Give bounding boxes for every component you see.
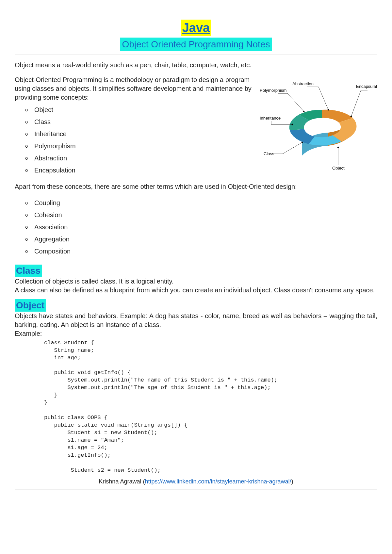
list-item: Encapsulation	[34, 164, 253, 176]
slice-label-encapsulation: Encapsulation	[356, 84, 377, 89]
list-item: Coupling	[34, 197, 377, 209]
svg-point-3	[302, 142, 303, 143]
list-item: Association	[34, 221, 377, 233]
divider	[15, 55, 377, 55]
class-heading: Class	[15, 265, 42, 277]
slice-label-inheritance: Inheritance	[260, 116, 281, 121]
class-paragraph-1: Collection of objects is called class. I…	[15, 277, 377, 286]
intro-paragraph-2: Object-Oriented Programming is a methodo…	[15, 75, 253, 102]
divider	[15, 489, 377, 490]
terms-list: Coupling Cohesion Association Aggregatio…	[15, 197, 377, 257]
svg-point-4	[292, 124, 293, 125]
slice-label-polymorphism: Polymorphism	[260, 88, 286, 93]
svg-point-0	[328, 109, 329, 110]
class-paragraph-2: A class can also be defined as a bluepri…	[15, 286, 377, 295]
list-item: Class	[34, 116, 253, 128]
object-paragraph-1: Objects have states and behaviors. Examp…	[15, 312, 377, 329]
slice-label-object: Object	[332, 166, 345, 170]
after-concepts-paragraph: Apart from these concepts, there are som…	[15, 182, 377, 191]
svg-point-1	[351, 116, 352, 117]
list-item: Cohesion	[34, 209, 377, 221]
footer-link[interactable]: https://www.linkedin.com/in/staylearner-…	[145, 478, 291, 485]
list-item: Composition	[34, 245, 377, 257]
svg-point-5	[303, 111, 304, 112]
object-heading: Object	[15, 299, 46, 312]
page-subtitle: Object Oriented Programming Notes	[120, 38, 272, 51]
slice-label-abstraction: Abstraction	[292, 81, 314, 86]
code-block: class Student { String name; int age; pu…	[44, 339, 377, 474]
list-item: Inheritance	[34, 128, 253, 140]
list-item: Aggregation	[34, 233, 377, 245]
footer: Krishna Agrawal (https://www.linkedin.co…	[15, 478, 377, 485]
list-item: Polymorphism	[34, 140, 253, 152]
footer-author: Krishna Agrawal	[99, 478, 141, 485]
page-title: Java	[181, 20, 211, 36]
intro-paragraph-1: Object means a real-world entity such as…	[15, 61, 377, 70]
oop-concepts-diagram: Abstraction Encapsulation Object Class I…	[260, 75, 377, 172]
concepts-list: Object Class Inheritance Polymorphism Ab…	[15, 104, 253, 176]
list-item: Object	[34, 104, 253, 116]
slice-label-class: Class	[264, 151, 274, 156]
example-label: Example:	[15, 329, 377, 338]
svg-point-2	[337, 147, 339, 148]
list-item: Abstraction	[34, 152, 253, 164]
